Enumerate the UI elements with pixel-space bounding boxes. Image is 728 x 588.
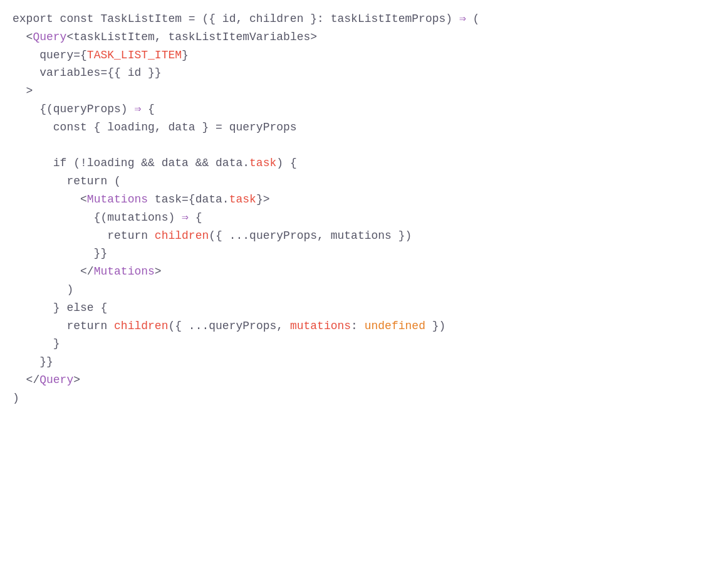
code-token: task [229,193,256,206]
code-token: </ [13,374,39,386]
code-token: }) [425,320,445,332]
code-token: return [13,320,114,332]
code-token: Query [33,31,66,43]
code-token: ( [466,13,480,25]
code-token: Mutations [94,265,155,278]
code-token: ⇒ [459,13,466,25]
code-line: <Mutations task={data.task}> [13,191,715,209]
code-line: return children({ ...queryProps, mutatio… [13,227,715,245]
code-token: : [351,320,365,332]
code-line: } [13,335,715,353]
code-token: variables={{ id }} [13,66,162,79]
code-token: ) [13,392,19,404]
code-token: } else { [13,302,107,314]
code-line: }} [13,353,715,371]
code-line: if (!loading && data && data.task) { [13,154,715,172]
code-token: ({ ...queryProps, [168,320,289,332]
code-token: }} [13,355,53,368]
code-token: Mutations [87,193,148,206]
code-token: TASK_LIST_ITEM [87,49,182,61]
code-line: const { loading, data } = queryProps [13,118,715,137]
code-line: ) [13,389,715,407]
code-editor: export const TaskListItem = ({ id, child… [13,10,715,407]
code-token: {(queryProps) [13,103,134,115]
code-token: </ [13,265,94,278]
code-line: {(mutations) ⇒ { [13,209,715,227]
code-token: Query [39,374,73,386]
code-line: export const TaskListItem = ({ id, child… [13,10,715,28]
code-token: undefined [365,320,425,332]
code-token: }} [13,247,107,260]
code-token: children [114,320,168,332]
code-line: </Query> [13,371,715,389]
code-token: } [182,49,189,61]
code-token: mutations [290,320,351,332]
code-line: </Mutations> [13,263,715,281]
code-line [13,137,715,155]
code-line: variables={{ id }} [13,64,715,82]
code-line: > [13,82,715,100]
code-line: {(queryProps) ⇒ { [13,100,715,118]
code-line: }} [13,244,715,263]
code-line: } else { [13,299,715,317]
code-line: return children({ ...queryProps, mutatio… [13,317,715,335]
code-token: {(mutations) [13,211,182,224]
code-token: if (!loading && data && data. [13,157,249,169]
code-token: const { loading, data } = queryProps [13,121,297,134]
code-token: }> [256,193,270,206]
code-line: query={TASK_LIST_ITEM} [13,46,715,65]
code-token: ({ ...queryProps, mutations }) [209,229,412,242]
code-token: > [13,85,33,97]
code-token: task={data. [148,193,229,206]
code-line: ) [13,281,715,299]
code-token: children [155,229,209,242]
code-token: <taskListItem, taskListItemVariables> [66,31,317,43]
code-line: return ( [13,172,715,191]
code-token: ⇒ [182,211,189,224]
code-token: ⇒ [134,103,141,115]
code-token: < [13,193,87,206]
code-token: < [13,31,33,43]
code-token: { [189,211,202,224]
code-token: ) { [276,157,296,169]
code-token: } [13,337,60,350]
code-token: ) [13,283,73,296]
code-token: { [141,103,155,115]
code-line: <Query<taskListItem, taskListItemVariabl… [13,28,715,46]
code-token: task [249,157,276,169]
code-token: return [13,229,155,242]
code-token: export const TaskListItem = ({ id, child… [13,13,459,25]
code-token: return ( [13,175,121,187]
code-token: > [155,265,162,278]
code-token: > [73,374,80,386]
code-token: query={ [13,49,87,61]
